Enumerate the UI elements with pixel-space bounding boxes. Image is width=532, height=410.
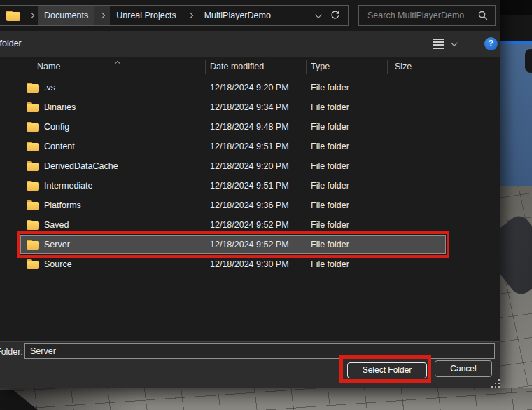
- folder-icon: [27, 142, 39, 151]
- breadcrumb-segment-documents[interactable]: Documents: [38, 6, 94, 25]
- viewport-floor-grid-bottom: [0, 388, 532, 410]
- row-type: File folder: [311, 83, 349, 93]
- row-type: File folder: [311, 200, 349, 210]
- row-type: File folder: [311, 259, 349, 269]
- table-row[interactable]: Binaries 12/18/2024 9:34 PM File folder: [15, 97, 500, 117]
- folder-icon: [27, 181, 39, 191]
- chevron-right-icon: [187, 13, 192, 18]
- column-divider[interactable]: [447, 60, 447, 74]
- viewport-dark-object: [525, 49, 532, 73]
- table-row[interactable]: Content 12/18/2024 9:51 PM File folder: [15, 137, 500, 156]
- folder-icon: [27, 102, 39, 112]
- row-date: 12/18/2024 9:34 PM: [210, 102, 289, 112]
- sort-ascending-icon: [115, 61, 120, 67]
- select-folder-dialog: Documents Unreal Projects MultiPlayerDem…: [0, 0, 500, 388]
- row-type: File folder: [311, 181, 349, 191]
- row-date: 12/18/2024 9:20 PM: [210, 83, 289, 93]
- folder-icon: [27, 161, 39, 171]
- row-date: 12/18/2024 9:20 PM: [210, 161, 289, 171]
- table-row[interactable]: .vs 12/18/2024 9:20 PM File folder: [15, 78, 500, 97]
- refresh-icon[interactable]: [330, 11, 340, 21]
- column-divider[interactable]: [205, 60, 206, 74]
- row-name: Config: [44, 122, 69, 132]
- row-date: 12/18/2024 9:36 PM: [210, 200, 289, 210]
- folder-icon: [27, 122, 39, 132]
- row-type: File folder: [311, 220, 349, 230]
- annotation-box-server-row: [17, 231, 449, 258]
- search-icon[interactable]: [478, 11, 488, 20]
- folder-icon: [27, 200, 39, 210]
- chevron-down-icon: [451, 39, 458, 46]
- table-row[interactable]: DerivedDataCache 12/18/2024 9:20 PM File…: [15, 156, 500, 176]
- folder-icon: [27, 220, 39, 230]
- row-name: DerivedDataCache: [44, 161, 118, 171]
- row-name: Source: [44, 259, 72, 269]
- row-date: 12/18/2024 9:51 PM: [210, 142, 289, 151]
- dialog-toolbar: New folder ?: [0, 31, 500, 57]
- column-divider[interactable]: [306, 60, 307, 74]
- chevron-right-icon: [99, 13, 105, 18]
- breadcrumb-chevron[interactable]: [183, 6, 198, 25]
- new-folder-button[interactable]: New folder: [0, 31, 22, 56]
- folder-icon: [27, 83, 39, 93]
- column-header-type[interactable]: Type: [311, 62, 330, 71]
- row-date: 12/18/2024 9:48 PM: [210, 122, 289, 132]
- address-dropdown-chevron-icon[interactable]: [315, 11, 322, 18]
- column-headers: Name Date modified Type Size: [15, 57, 500, 76]
- breadcrumb-segment-unreal-projects[interactable]: Unreal Projects: [110, 6, 182, 25]
- row-date: 12/18/2024 9:30 PM: [210, 259, 289, 269]
- row-date: 12/18/2024 9:52 PM: [210, 220, 289, 230]
- change-view-button[interactable]: [433, 36, 462, 52]
- table-row[interactable]: Intermediate 12/18/2024 9:51 PM File fol…: [15, 176, 500, 196]
- breadcrumb-chevron[interactable]: [94, 6, 110, 25]
- column-divider[interactable]: [387, 60, 388, 74]
- search-input[interactable]: [366, 10, 474, 21]
- help-icon[interactable]: ?: [484, 37, 498, 50]
- folder-field-label: Folder:: [0, 345, 23, 359]
- table-row[interactable]: Config 12/18/2024 9:48 PM File folder: [15, 117, 500, 137]
- details-view-icon: [433, 39, 444, 49]
- row-name: Binaries: [44, 102, 76, 112]
- table-row[interactable]: Platforms 12/18/2024 9:36 PM File folder: [15, 196, 500, 215]
- address-bar-row: Documents Unreal Projects MultiPlayerDem…: [0, 0, 500, 31]
- editor-background: [500, 0, 532, 41]
- folder-icon: [27, 259, 39, 269]
- annotation-box-select-folder: [340, 355, 431, 383]
- cancel-button[interactable]: Cancel: [435, 360, 492, 377]
- column-header-size[interactable]: Size: [395, 62, 412, 71]
- row-name: Content: [44, 142, 75, 151]
- breadcrumb: Documents Unreal Projects MultiPlayerDem…: [0, 5, 349, 26]
- column-header-date-modified[interactable]: Date modified: [210, 62, 264, 71]
- folder-icon: [6, 11, 20, 21]
- row-date: 12/18/2024 9:51 PM: [210, 181, 289, 191]
- row-name: Saved: [44, 220, 69, 230]
- breadcrumb-segment-multiplayerdemo[interactable]: MultiPlayerDemo: [198, 6, 277, 25]
- resize-grip[interactable]: [498, 386, 500, 388]
- row-type: File folder: [311, 122, 349, 132]
- file-list: Name Date modified Type Size .vs 12/18/2…: [0, 57, 500, 341]
- row-type: File folder: [311, 142, 349, 151]
- search-box: [358, 5, 496, 26]
- row-name: Platforms: [44, 200, 81, 210]
- chevron-right-icon[interactable]: [29, 13, 34, 18]
- row-type: File folder: [311, 161, 349, 171]
- row-name: .vs: [44, 83, 55, 93]
- column-header-name[interactable]: Name: [37, 62, 60, 71]
- row-type: File folder: [311, 102, 349, 112]
- row-name: Intermediate: [44, 181, 92, 191]
